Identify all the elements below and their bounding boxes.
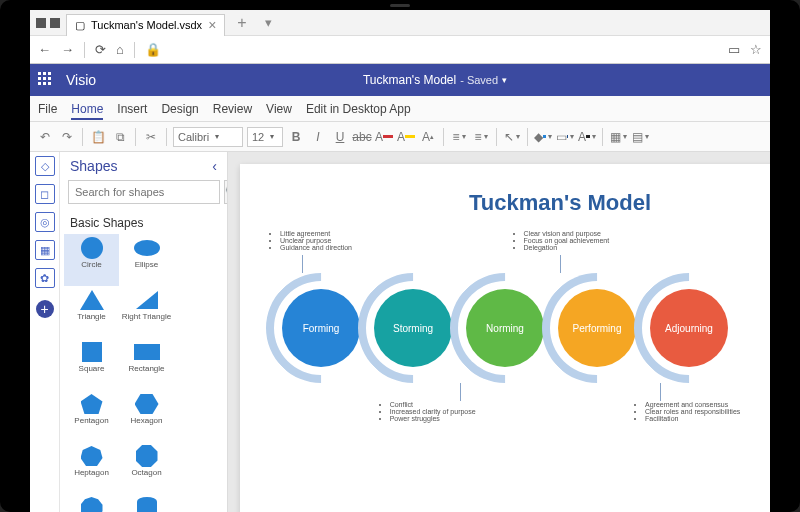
pointer-tool-button[interactable]: ↖▾ xyxy=(503,128,521,146)
menu-review[interactable]: Review xyxy=(213,98,252,120)
shape-octagon[interactable]: Octagon xyxy=(119,442,174,494)
shape-rectangle[interactable]: Rectangle xyxy=(119,338,174,390)
align-vertical-button[interactable]: ≡▾ xyxy=(472,128,490,146)
stencil-basic-icon[interactable]: ◇ xyxy=(35,156,55,176)
menu-insert[interactable]: Insert xyxy=(117,98,147,120)
shape-pentagon[interactable]: Pentagon xyxy=(64,390,119,442)
diagram-note-line: Agreement and consensus xyxy=(645,401,740,408)
font-size-selector[interactable]: 12▾ xyxy=(247,127,283,147)
decagon-icon xyxy=(81,497,103,512)
stencil-arrows-icon[interactable]: ◻ xyxy=(35,184,55,204)
shape-square[interactable]: Square xyxy=(64,338,119,390)
forward-icon[interactable]: → xyxy=(61,42,74,57)
ribbon-menu-bar: FileHomeInsertDesignReviewViewEdit in De… xyxy=(30,96,770,122)
right-triangle-icon xyxy=(136,291,158,309)
browser-tab-strip: ▢ Tuckman's Model.vsdx × + ▾ xyxy=(30,10,770,36)
arrange-button[interactable]: ▦▾ xyxy=(609,128,627,146)
shape-can[interactable]: Can xyxy=(119,494,174,512)
window-system-icons xyxy=(36,18,60,28)
browser-tab-active[interactable]: ▢ Tuckman's Model.vsdx × xyxy=(66,14,225,36)
shape-fill-button[interactable]: ◆▾ xyxy=(534,128,552,146)
cut-button[interactable]: ✂ xyxy=(142,128,160,146)
stage-adjourning[interactable]: Adjourning xyxy=(650,289,728,367)
document-title-dropdown[interactable]: Tuckman's Model - Saved ▾ xyxy=(363,73,507,87)
redo-button[interactable]: ↷ xyxy=(58,128,76,146)
menu-file[interactable]: File xyxy=(38,98,57,120)
italic-button[interactable]: I xyxy=(309,128,327,146)
favorite-icon[interactable]: ☆ xyxy=(750,42,762,57)
shape-style-button[interactable]: A▾ xyxy=(578,128,596,146)
underline-button[interactable]: U xyxy=(331,128,349,146)
layers-button[interactable]: ▤▾ xyxy=(631,128,649,146)
app-launcher-icon[interactable] xyxy=(38,72,54,88)
back-icon[interactable]: ← xyxy=(38,42,51,57)
app-header: Visio Tuckman's Model - Saved ▾ xyxy=(30,64,770,96)
diagram-note-line: Unclear purpose xyxy=(280,237,352,244)
font-grow-button[interactable]: A▴ xyxy=(419,128,437,146)
font-family-selector[interactable]: Calibri▾ xyxy=(173,127,243,147)
strikethrough-button[interactable]: abc xyxy=(353,128,371,146)
stage-ring[interactable]: Adjourning xyxy=(611,250,767,406)
stage-forming[interactable]: Forming xyxy=(282,289,360,367)
shape-label: Square xyxy=(79,364,105,373)
canvas[interactable]: Tuckman's Model Little agreementUnclear … xyxy=(228,152,770,512)
menu-home[interactable]: Home xyxy=(71,98,103,120)
diagram-page[interactable]: Tuckman's Model Little agreementUnclear … xyxy=(240,164,770,512)
browser-nav-bar: ← → ⟳ ⌂ 🔒 ▭ ☆ xyxy=(30,36,770,64)
add-stencil-button[interactable]: + xyxy=(36,300,54,318)
shape-label: Pentagon xyxy=(74,416,108,425)
shape-decagon[interactable]: Decagon xyxy=(64,494,119,512)
diagram-note-line: Increased clarity of purpose xyxy=(390,408,476,415)
menu-edit-in-desktop-app[interactable]: Edit in Desktop App xyxy=(306,98,411,120)
close-icon[interactable]: × xyxy=(208,18,216,32)
refresh-icon[interactable]: ⟳ xyxy=(95,42,106,57)
stencil-flow-icon[interactable]: ◎ xyxy=(35,212,55,232)
shape-label: Hexagon xyxy=(130,416,162,425)
diagram-stage-row: FormingStormingNormingPerformingAdjourni… xyxy=(260,273,770,383)
shape-right-triangle[interactable]: Right Triangle xyxy=(119,286,174,338)
shape-label: Rectangle xyxy=(128,364,164,373)
highlight-button[interactable]: A xyxy=(397,128,415,146)
shape-label: Triangle xyxy=(77,312,106,321)
rectangle-icon xyxy=(134,344,160,360)
stage-norming[interactable]: Norming xyxy=(466,289,544,367)
stencil-grid-icon[interactable]: ▦ xyxy=(35,240,55,260)
shape-ellipse[interactable]: Ellipse xyxy=(119,234,174,286)
chevron-down-icon: ▾ xyxy=(270,132,274,141)
shapes-gallery: CircleEllipseTriangleRight TriangleSquar… xyxy=(60,234,227,512)
shape-search-input[interactable] xyxy=(68,180,220,204)
undo-button[interactable]: ↶ xyxy=(36,128,54,146)
shape-triangle[interactable]: Triangle xyxy=(64,286,119,338)
align-left-button[interactable]: ≡▾ xyxy=(450,128,468,146)
font-color-button[interactable]: A xyxy=(375,128,393,146)
bold-button[interactable]: B xyxy=(287,128,305,146)
tab-actions-button[interactable]: ▾ xyxy=(259,15,278,30)
menu-view[interactable]: View xyxy=(266,98,292,120)
new-tab-button[interactable]: + xyxy=(231,14,252,32)
shapes-panel-header: Shapes ‹ xyxy=(60,152,227,180)
shape-heptagon[interactable]: Heptagon xyxy=(64,442,119,494)
diagram-note-line: Clear roles and responsibilities xyxy=(645,408,740,415)
search-button[interactable]: 🔍 xyxy=(224,180,227,204)
circle-icon xyxy=(81,237,103,259)
chevron-down-icon: ▾ xyxy=(215,132,219,141)
octagon-icon xyxy=(136,445,158,467)
collapse-icon[interactable]: ‹ xyxy=(212,158,217,174)
stencil-more-icon[interactable]: ✿ xyxy=(35,268,55,288)
shape-line-button[interactable]: ▭▾ xyxy=(556,128,574,146)
paste-button[interactable]: 📋 xyxy=(89,128,107,146)
diagram-note-block: Little agreementUnclear purposeGuidance … xyxy=(270,230,352,251)
home-icon[interactable]: ⌂ xyxy=(116,42,124,57)
shape-circle[interactable]: Circle xyxy=(64,234,119,286)
copy-button[interactable]: ⧉ xyxy=(111,128,129,146)
app-name: Visio xyxy=(66,72,96,88)
stage-storming[interactable]: Storming xyxy=(374,289,452,367)
stage-performing[interactable]: Performing xyxy=(558,289,636,367)
shape-hexagon[interactable]: Hexagon xyxy=(119,390,174,442)
shapes-sidebar: ◇ ◻ ◎ ▦ ✿ + Shapes ‹ 🔍 Basic xyxy=(30,152,228,512)
ribbon-toolbar: ↶ ↷ 📋 ⧉ ✂ Calibri▾ 12▾ B I U abc A A A▴ … xyxy=(30,122,770,152)
reading-view-icon[interactable]: ▭ xyxy=(728,42,740,57)
shape-label: Ellipse xyxy=(135,260,159,269)
menu-design[interactable]: Design xyxy=(161,98,198,120)
shape-label: Heptagon xyxy=(74,468,109,477)
